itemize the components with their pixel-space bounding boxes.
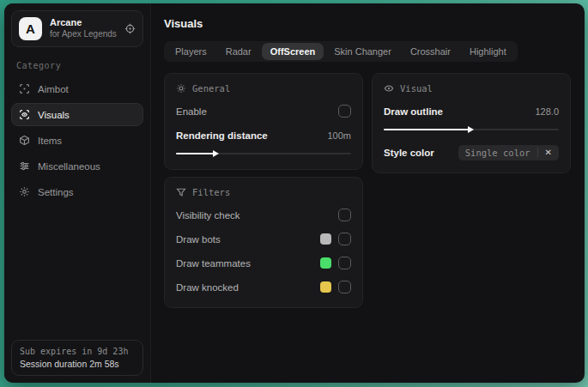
tab-offscreen[interactable]: OffScreen [262, 43, 324, 60]
sliders-icon [19, 160, 30, 172]
sidebar: A Arcane for Apex Legends Category [4, 3, 151, 383]
draw-teammates-label: Draw teammates [176, 258, 251, 269]
rendering-distance-slider[interactable] [176, 149, 351, 158]
sidebar-item-items[interactable]: Items [11, 129, 143, 152]
session-duration-text: Session duration 2m 58s [20, 359, 135, 369]
visibility-check-checkbox[interactable] [338, 209, 351, 221]
main-content: Visuals Players Radar OffScreen Skin Cha… [151, 3, 585, 383]
draw-bots-checkbox[interactable] [338, 233, 351, 245]
filter-row: Draw bots [176, 230, 351, 248]
tab-skin-changer[interactable]: Skin Changer [325, 43, 400, 60]
rendering-distance-value: 100m [327, 130, 351, 141]
filter-row: Draw teammates [176, 254, 351, 272]
draw-knocked-checkbox[interactable] [338, 281, 351, 293]
tab-crosshair[interactable]: Crosshair [402, 43, 459, 60]
cube-icon [19, 135, 30, 146]
sidebar-item-label: Items [38, 136, 62, 146]
gear-icon [19, 186, 30, 197]
draw-bots-color-swatch[interactable] [320, 233, 331, 245]
sidebar-item-visuals[interactable]: Visuals [11, 103, 143, 126]
brand-card: A Arcane for Apex Legends [11, 10, 143, 47]
slider-thumb[interactable] [468, 126, 474, 133]
subscription-status-card: Sub expires in 9d 23h Session duration 2… [11, 340, 143, 376]
sidebar-item-settings[interactable]: Settings [11, 180, 143, 203]
rendering-distance-label: Rendering distance [176, 130, 268, 141]
draw-outline-slider[interactable] [384, 125, 559, 134]
right-column: Visual Draw outline 128.0 Style color [372, 73, 571, 173]
sidebar-item-label: Aimbot [38, 84, 69, 94]
eye-scan-icon [19, 109, 30, 120]
filter-row: Draw knocked [176, 278, 351, 296]
visibility-check-label: Visibility check [176, 210, 240, 221]
eye-icon [384, 83, 394, 94]
draw-teammates-color-swatch[interactable] [320, 257, 331, 269]
filters-panel: Filters Visibility check Draw bots [164, 177, 363, 308]
draw-knocked-label: Draw knocked [176, 282, 239, 293]
app-name: Arcane [50, 17, 117, 29]
app-subtitle: for Apex Legends [50, 29, 117, 40]
panel-title: Visual [400, 83, 433, 94]
filter-row: Visibility check [176, 206, 351, 224]
draw-outline-value: 128.0 [535, 106, 559, 117]
sun-icon [176, 83, 186, 94]
tab-highlight[interactable]: Highlight [461, 43, 515, 60]
sidebar-nav: Aimbot Visuals Items [11, 77, 143, 203]
sidebar-item-miscellaneous[interactable]: Miscellaneous [11, 154, 143, 178]
page-title: Visuals [164, 17, 571, 30]
crosshair-scan-icon [19, 83, 30, 94]
sidebar-item-label: Settings [38, 187, 74, 197]
tab-players[interactable]: Players [167, 43, 215, 60]
app-window: A Arcane for Apex Legends Category [4, 3, 585, 383]
target-icon[interactable] [124, 23, 136, 34]
draw-bots-label: Draw bots [176, 234, 221, 245]
clear-selection-icon[interactable]: ✕ [545, 148, 552, 157]
style-color-select[interactable]: Single color ✕ [458, 145, 559, 160]
draw-outline-label: Draw outline [384, 106, 443, 117]
visual-panel: Visual Draw outline 128.0 Style color [372, 73, 571, 173]
enable-checkbox[interactable] [338, 105, 351, 118]
category-label: Category [16, 61, 138, 70]
sidebar-item-label: Miscellaneous [38, 161, 100, 172]
style-color-label: Style color [384, 148, 434, 158]
tab-radar[interactable]: Radar [217, 43, 260, 60]
draw-knocked-color-swatch[interactable] [320, 281, 331, 293]
draw-teammates-checkbox[interactable] [338, 257, 351, 269]
left-column: General Enable Rendering distance 100m [164, 73, 363, 308]
sidebar-item-aimbot[interactable]: Aimbot [11, 77, 143, 100]
enable-label: Enable [176, 106, 207, 117]
app-logo: A [19, 17, 42, 40]
sub-expires-text: Sub expires in 9d 23h [20, 347, 135, 356]
slider-thumb[interactable] [213, 150, 219, 157]
panel-title: Filters [192, 187, 230, 197]
funnel-icon [176, 187, 186, 197]
visuals-tabbar: Players Radar OffScreen Skin Changer Cro… [164, 41, 518, 62]
sidebar-item-label: Visuals [38, 110, 70, 120]
panel-title: General [192, 83, 230, 94]
general-panel: General Enable Rendering distance 100m [164, 73, 363, 170]
style-color-value: Single color [465, 148, 530, 158]
